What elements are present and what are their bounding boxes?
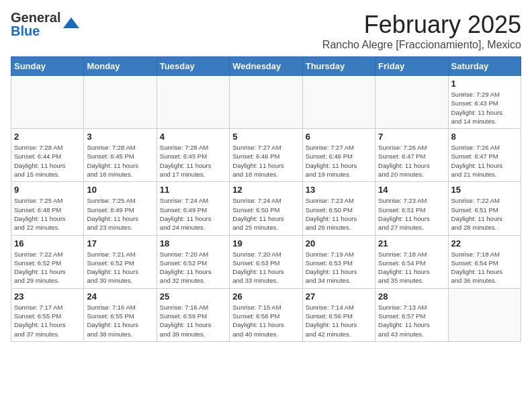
day-number: 21: [378, 238, 445, 248]
day-info: Sunrise: 7:21 AM Sunset: 6:52 PM Dayligh…: [87, 250, 153, 285]
day-info: Sunrise: 7:28 AM Sunset: 6:44 PM Dayligh…: [14, 143, 81, 179]
day-number: 18: [160, 238, 226, 248]
calendar: SundayMondayTuesdayWednesdayThursdayFrid…: [11, 56, 521, 342]
logo-general: General: [11, 11, 60, 24]
calendar-day-cell: 19Sunrise: 7:20 AM Sunset: 6:53 PM Dayli…: [230, 235, 302, 288]
day-info: Sunrise: 7:27 AM Sunset: 6:46 PM Dayligh…: [306, 143, 372, 179]
weekday-header: Tuesday: [157, 57, 229, 76]
svg-rect-1: [69, 24, 74, 28]
calendar-day-cell: 24Sunrise: 7:16 AM Sunset: 6:55 PM Dayli…: [84, 288, 157, 341]
day-number: 19: [232, 238, 299, 248]
day-number: 20: [306, 238, 372, 248]
day-number: 10: [87, 185, 153, 195]
day-info: Sunrise: 7:24 AM Sunset: 6:50 PM Dayligh…: [232, 196, 299, 232]
weekday-header: Friday: [375, 57, 448, 76]
calendar-day-cell: 2Sunrise: 7:28 AM Sunset: 6:44 PM Daylig…: [11, 129, 84, 182]
calendar-day-cell: 18Sunrise: 7:20 AM Sunset: 6:52 PM Dayli…: [157, 235, 229, 288]
calendar-day-cell: [375, 76, 448, 129]
day-info: Sunrise: 7:16 AM Sunset: 6:55 PM Dayligh…: [87, 303, 153, 338]
day-info: Sunrise: 7:20 AM Sunset: 6:53 PM Dayligh…: [232, 250, 299, 285]
title-area: February 2025 Rancho Alegre [Fraccionami…: [322, 11, 521, 51]
weekday-header: Saturday: [448, 57, 521, 76]
day-info: Sunrise: 7:25 AM Sunset: 6:49 PM Dayligh…: [87, 196, 153, 232]
day-info: Sunrise: 7:26 AM Sunset: 6:47 PM Dayligh…: [451, 143, 518, 179]
weekday-header: Monday: [84, 57, 157, 76]
calendar-week-row: 1Sunrise: 7:29 AM Sunset: 6:43 PM Daylig…: [11, 76, 521, 129]
day-info: Sunrise: 7:14 AM Sunset: 6:56 PM Dayligh…: [306, 303, 372, 338]
calendar-day-cell: 17Sunrise: 7:21 AM Sunset: 6:52 PM Dayli…: [84, 235, 157, 288]
day-number: 4: [160, 132, 226, 142]
calendar-day-cell: 10Sunrise: 7:25 AM Sunset: 6:49 PM Dayli…: [84, 182, 157, 235]
day-number: 11: [160, 185, 226, 195]
calendar-day-cell: [302, 76, 375, 129]
day-info: Sunrise: 7:19 AM Sunset: 6:53 PM Dayligh…: [306, 250, 372, 285]
calendar-day-cell: 4Sunrise: 7:28 AM Sunset: 6:45 PM Daylig…: [157, 129, 229, 182]
day-number: 25: [160, 291, 226, 302]
calendar-day-cell: 9Sunrise: 7:25 AM Sunset: 6:48 PM Daylig…: [11, 182, 84, 235]
calendar-day-cell: 7Sunrise: 7:26 AM Sunset: 6:47 PM Daylig…: [375, 129, 448, 182]
day-info: Sunrise: 7:17 AM Sunset: 6:55 PM Dayligh…: [14, 303, 81, 338]
day-number: 7: [378, 132, 445, 142]
day-info: Sunrise: 7:26 AM Sunset: 6:47 PM Dayligh…: [378, 143, 445, 179]
calendar-day-cell: [11, 76, 84, 129]
day-info: Sunrise: 7:23 AM Sunset: 6:50 PM Dayligh…: [306, 196, 372, 232]
calendar-day-cell: 11Sunrise: 7:24 AM Sunset: 6:49 PM Dayli…: [157, 182, 229, 235]
day-info: Sunrise: 7:15 AM Sunset: 6:56 PM Dayligh…: [232, 303, 299, 338]
calendar-day-cell: [157, 76, 229, 129]
calendar-day-cell: 12Sunrise: 7:24 AM Sunset: 6:50 PM Dayli…: [230, 182, 302, 235]
day-info: Sunrise: 7:22 AM Sunset: 6:51 PM Dayligh…: [451, 196, 518, 232]
day-number: 28: [378, 291, 445, 302]
day-number: 26: [232, 291, 299, 302]
day-info: Sunrise: 7:25 AM Sunset: 6:48 PM Dayligh…: [14, 196, 81, 232]
header: General Blue February 2025 Rancho Alegre…: [11, 11, 521, 51]
day-info: Sunrise: 7:20 AM Sunset: 6:52 PM Dayligh…: [160, 250, 226, 285]
calendar-day-cell: 23Sunrise: 7:17 AM Sunset: 6:55 PM Dayli…: [11, 288, 84, 341]
logo: General Blue: [11, 11, 81, 38]
calendar-day-cell: 25Sunrise: 7:16 AM Sunset: 6:56 PM Dayli…: [157, 288, 229, 341]
day-number: 17: [87, 238, 153, 248]
calendar-day-cell: 8Sunrise: 7:26 AM Sunset: 6:47 PM Daylig…: [448, 129, 521, 182]
day-number: 8: [451, 132, 518, 142]
day-info: Sunrise: 7:29 AM Sunset: 6:43 PM Dayligh…: [451, 90, 518, 126]
day-info: Sunrise: 7:28 AM Sunset: 6:45 PM Dayligh…: [87, 143, 153, 179]
logo-icon: [62, 15, 81, 34]
calendar-day-cell: 1Sunrise: 7:29 AM Sunset: 6:43 PM Daylig…: [448, 76, 521, 129]
day-info: Sunrise: 7:16 AM Sunset: 6:56 PM Dayligh…: [160, 303, 226, 338]
day-number: 6: [306, 132, 372, 142]
calendar-day-cell: 28Sunrise: 7:13 AM Sunset: 6:57 PM Dayli…: [375, 288, 448, 341]
calendar-day-cell: 16Sunrise: 7:22 AM Sunset: 6:52 PM Dayli…: [11, 235, 84, 288]
calendar-day-cell: 20Sunrise: 7:19 AM Sunset: 6:53 PM Dayli…: [302, 235, 375, 288]
day-number: 27: [306, 291, 372, 302]
day-number: 2: [14, 132, 81, 142]
main-title: February 2025: [322, 11, 521, 39]
day-number: 24: [87, 291, 153, 302]
weekday-header: Thursday: [302, 57, 375, 76]
day-number: 5: [232, 132, 299, 142]
calendar-header-row: SundayMondayTuesdayWednesdayThursdayFrid…: [11, 57, 521, 76]
calendar-day-cell: 5Sunrise: 7:27 AM Sunset: 6:46 PM Daylig…: [230, 129, 302, 182]
calendar-day-cell: 14Sunrise: 7:23 AM Sunset: 6:51 PM Dayli…: [375, 182, 448, 235]
calendar-day-cell: 3Sunrise: 7:28 AM Sunset: 6:45 PM Daylig…: [84, 129, 157, 182]
calendar-day-cell: 26Sunrise: 7:15 AM Sunset: 6:56 PM Dayli…: [230, 288, 302, 341]
day-number: 22: [451, 238, 518, 248]
day-number: 15: [451, 185, 518, 195]
weekday-header: Sunday: [11, 57, 84, 76]
weekday-header: Wednesday: [230, 57, 302, 76]
logo-blue: Blue: [11, 24, 60, 38]
calendar-week-row: 16Sunrise: 7:22 AM Sunset: 6:52 PM Dayli…: [11, 235, 521, 288]
calendar-day-cell: [84, 76, 157, 129]
calendar-week-row: 9Sunrise: 7:25 AM Sunset: 6:48 PM Daylig…: [11, 182, 521, 235]
subtitle: Rancho Alegre [Fraccionamiento], Mexico: [322, 39, 521, 51]
calendar-day-cell: 27Sunrise: 7:14 AM Sunset: 6:56 PM Dayli…: [302, 288, 375, 341]
day-number: 12: [232, 185, 299, 195]
calendar-day-cell: 22Sunrise: 7:18 AM Sunset: 6:54 PM Dayli…: [448, 235, 521, 288]
calendar-day-cell: 21Sunrise: 7:18 AM Sunset: 6:54 PM Dayli…: [375, 235, 448, 288]
calendar-day-cell: 6Sunrise: 7:27 AM Sunset: 6:46 PM Daylig…: [302, 129, 375, 182]
calendar-day-cell: [230, 76, 302, 129]
calendar-week-row: 23Sunrise: 7:17 AM Sunset: 6:55 PM Dayli…: [11, 288, 521, 341]
day-number: 16: [14, 238, 81, 248]
day-number: 23: [14, 291, 81, 302]
day-info: Sunrise: 7:18 AM Sunset: 6:54 PM Dayligh…: [378, 250, 445, 285]
day-number: 13: [306, 185, 372, 195]
day-info: Sunrise: 7:24 AM Sunset: 6:49 PM Dayligh…: [160, 196, 226, 232]
